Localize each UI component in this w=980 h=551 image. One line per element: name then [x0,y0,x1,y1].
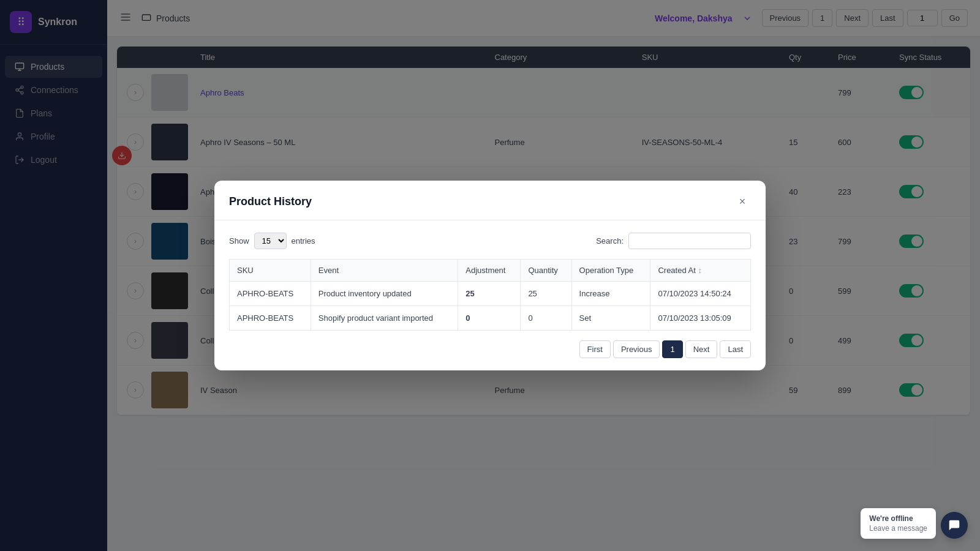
modal-last-button[interactable]: Last [720,340,751,358]
chat-icon [948,519,961,532]
entries-select[interactable]: 15 25 50 [254,233,287,249]
search-label: Search: [596,236,624,246]
history-row: APHRO-BEATS Product inventory updated 25… [230,282,751,306]
history-event: Product inventory updated [311,282,458,306]
modal-body: Show 15 25 50 entries Search: SKU [214,220,766,370]
chat-widget: We're offline Leave a message [861,508,968,539]
modal-title: Product History [229,195,312,208]
search-control: Search: [596,233,751,249]
search-input[interactable] [628,233,751,249]
col-created-header: Created At ↕ [650,260,751,282]
history-row: APHRO-BEATS Shopify product variant impo… [230,306,751,331]
history-created: 07/10/2023 14:50:24 [650,282,751,306]
history-operation: Set [571,306,650,331]
modal-next-button[interactable]: Next [685,340,718,358]
modal-previous-button[interactable]: Previous [613,340,660,358]
col-sku-header: SKU [230,260,311,282]
chat-icon-button[interactable] [941,512,968,539]
entries-label: Show [229,236,249,246]
modal-controls: Show 15 25 50 entries Search: [229,233,751,249]
chat-bubble: We're offline Leave a message [861,508,936,539]
history-adjustment: 0 [458,306,521,331]
history-quantity: 0 [521,306,571,331]
chat-bubble-title: We're offline [869,514,927,523]
product-history-modal: Product History × Show 15 25 50 entries … [214,181,766,370]
modal-pagination: First Previous 1 Next Last [229,340,751,358]
col-adjustment-header: Adjustment [458,260,521,282]
history-sku: APHRO-BEATS [230,282,311,306]
modal-overlay[interactable]: Product History × Show 15 25 50 entries … [0,0,980,551]
history-quantity: 25 [521,282,571,306]
history-adjustment: 25 [458,282,521,306]
modal-first-button[interactable]: First [579,340,611,358]
modal-page-1-button[interactable]: 1 [662,340,682,358]
modal-close-button[interactable]: × [734,193,751,210]
chat-bubble-subtitle: Leave a message [869,524,927,533]
history-table: SKU Event Adjustment Quantity Operation … [229,259,751,331]
history-sku: APHRO-BEATS [230,306,311,331]
history-event: Shopify product variant imported [311,306,458,331]
col-quantity-header: Quantity [521,260,571,282]
entries-suffix: entries [292,236,315,246]
history-operation: Increase [571,282,650,306]
col-event-header: Event [311,260,458,282]
col-operation-header: Operation Type [571,260,650,282]
entries-control: Show 15 25 50 entries [229,233,315,249]
history-created: 07/10/2023 13:05:09 [650,306,751,331]
modal-header: Product History × [214,181,766,220]
